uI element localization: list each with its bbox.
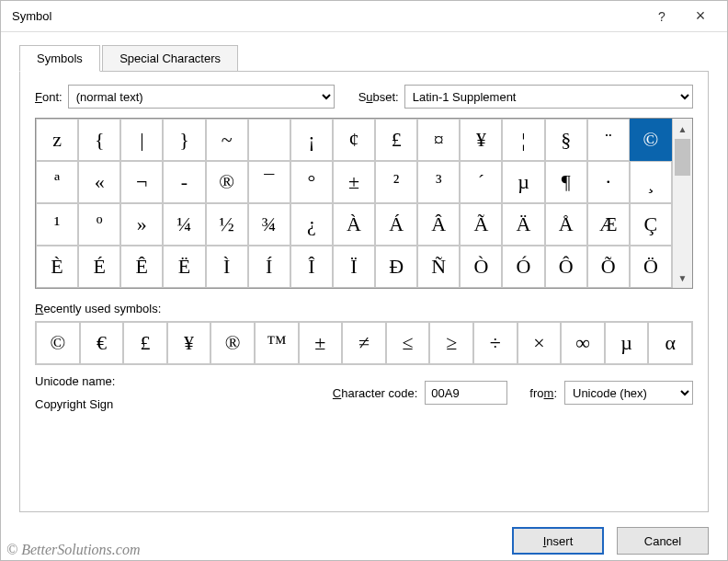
symbol-cell[interactable]: Á bbox=[375, 203, 417, 246]
char-code-input[interactable] bbox=[425, 381, 507, 405]
symbol-cell[interactable]: } bbox=[163, 119, 205, 161]
symbol-cell[interactable]: È bbox=[36, 246, 78, 288]
symbol-cell[interactable]: ¨ bbox=[587, 119, 630, 161]
symbol-cell[interactable]: Å bbox=[545, 203, 587, 246]
title-bar: Symbol ? × bbox=[1, 1, 727, 32]
dialog-content: Symbols Special Characters Font: (normal… bbox=[1, 32, 727, 518]
insert-button[interactable]: Insert bbox=[512, 527, 604, 555]
symbol-cell[interactable]: Æ bbox=[587, 203, 630, 246]
scroll-down-arrow[interactable]: ▼ bbox=[673, 268, 692, 288]
symbol-cell[interactable]: Ñ bbox=[417, 246, 460, 288]
font-select[interactable]: (normal text) bbox=[68, 85, 335, 109]
symbol-cell[interactable]: ² bbox=[375, 161, 417, 203]
symbol-cell[interactable]: ¶ bbox=[545, 161, 587, 203]
symbol-cell[interactable]: ¤ bbox=[417, 119, 460, 161]
scroll-track[interactable] bbox=[673, 139, 692, 268]
symbol-cell[interactable]: § bbox=[545, 119, 587, 161]
recent-symbol-cell[interactable]: µ bbox=[605, 322, 649, 364]
recent-symbol-cell[interactable]: © bbox=[36, 322, 80, 364]
symbol-cell[interactable]: Ç bbox=[630, 203, 672, 246]
symbol-cell[interactable]: ± bbox=[333, 161, 375, 203]
symbol-cell[interactable]: © bbox=[630, 119, 672, 161]
tab-special-characters[interactable]: Special Characters bbox=[102, 45, 238, 72]
symbol-cell[interactable]: ° bbox=[290, 161, 333, 203]
tab-strip: Symbols Special Characters bbox=[19, 45, 709, 72]
help-button[interactable]: ? bbox=[643, 2, 681, 31]
recent-symbol-cell[interactable]: £ bbox=[123, 322, 167, 364]
scroll-thumb[interactable] bbox=[675, 139, 690, 176]
symbol-cell[interactable]: ¥ bbox=[460, 119, 502, 161]
symbol-cell[interactable]: ¬ bbox=[120, 161, 163, 203]
recent-symbol-cell[interactable]: α bbox=[648, 322, 692, 364]
tab-panel: Font: (normal text) Subset: Latin-1 Supp… bbox=[19, 71, 709, 512]
cancel-button[interactable]: Cancel bbox=[617, 527, 709, 555]
symbol-cell[interactable]: µ bbox=[502, 161, 544, 203]
symbol-cell[interactable]: Ï bbox=[333, 246, 375, 288]
symbol-cell[interactable]: Â bbox=[417, 203, 460, 246]
unicode-name-label: Unicode name: bbox=[35, 374, 325, 388]
recent-label: Recently used symbols: bbox=[35, 302, 693, 315]
symbol-cell[interactable]: ¿ bbox=[290, 203, 333, 246]
symbol-cell[interactable]: ¾ bbox=[248, 203, 290, 246]
symbol-cell[interactable]: » bbox=[120, 203, 163, 246]
symbol-cell[interactable] bbox=[248, 119, 290, 161]
symbol-cell[interactable]: Õ bbox=[587, 246, 630, 288]
symbol-cell[interactable]: ® bbox=[206, 161, 248, 203]
symbol-cell[interactable]: Î bbox=[290, 246, 333, 288]
recent-symbols-grid[interactable]: ©€£¥®™±≠≤≥÷×∞µα bbox=[35, 321, 693, 365]
symbol-cell[interactable]: £ bbox=[375, 119, 417, 161]
symbol-cell[interactable]: ¢ bbox=[333, 119, 375, 161]
recent-symbol-cell[interactable]: ® bbox=[210, 322, 255, 364]
symbol-cell[interactable]: ¦ bbox=[502, 119, 544, 161]
symbol-cell[interactable]: Ä bbox=[502, 203, 544, 246]
symbol-cell[interactable]: Ë bbox=[163, 246, 205, 288]
symbol-cell[interactable]: º bbox=[78, 203, 120, 246]
symbol-cell[interactable]: Ö bbox=[630, 246, 672, 288]
symbol-cell[interactable]: É bbox=[78, 246, 120, 288]
recent-symbol-cell[interactable]: € bbox=[80, 322, 124, 364]
symbol-grid[interactable]: z{|}~¡¢£¤¥¦§¨©ª«¬-®¯°±²³´µ¶·¸¹º»¼½¾¿ÀÁÂÃ… bbox=[36, 119, 672, 288]
symbol-cell[interactable]: ³ bbox=[417, 161, 460, 203]
symbol-cell[interactable]: ¸ bbox=[630, 161, 672, 203]
symbol-cell[interactable]: ¯ bbox=[248, 161, 290, 203]
symbol-cell[interactable]: « bbox=[78, 161, 120, 203]
recent-symbol-cell[interactable]: ≤ bbox=[386, 322, 430, 364]
symbol-cell[interactable]: Ð bbox=[375, 246, 417, 288]
symbol-cell[interactable]: ¡ bbox=[290, 119, 333, 161]
recent-symbol-cell[interactable]: ≠ bbox=[342, 322, 386, 364]
symbol-cell[interactable]: · bbox=[587, 161, 630, 203]
recent-symbol-cell[interactable]: ™ bbox=[255, 322, 299, 364]
tab-symbols[interactable]: Symbols bbox=[19, 45, 100, 72]
symbol-cell[interactable]: Ó bbox=[502, 246, 544, 288]
symbol-cell[interactable]: - bbox=[163, 161, 205, 203]
scroll-up-arrow[interactable]: ▲ bbox=[673, 119, 692, 139]
symbol-cell[interactable]: Ê bbox=[120, 246, 163, 288]
symbol-cell[interactable]: Ì bbox=[206, 246, 248, 288]
symbol-cell[interactable]: Í bbox=[248, 246, 290, 288]
recent-symbol-cell[interactable]: ¥ bbox=[167, 322, 211, 364]
symbol-cell[interactable]: ´ bbox=[460, 161, 502, 203]
symbol-cell[interactable]: { bbox=[78, 119, 120, 161]
close-button[interactable]: × bbox=[681, 2, 720, 31]
subset-label: Subset: bbox=[358, 90, 399, 104]
recent-symbol-cell[interactable]: ÷ bbox=[473, 322, 518, 364]
symbol-cell[interactable]: ª bbox=[36, 161, 78, 203]
symbol-cell[interactable]: À bbox=[333, 203, 375, 246]
symbol-cell[interactable]: Ô bbox=[545, 246, 587, 288]
symbol-cell[interactable]: ½ bbox=[206, 203, 248, 246]
recent-symbol-cell[interactable]: ≥ bbox=[429, 322, 473, 364]
from-select[interactable]: Unicode (hex) bbox=[564, 381, 693, 405]
scrollbar-vertical[interactable]: ▲ ▼ bbox=[672, 119, 692, 288]
recent-symbol-cell[interactable]: ∞ bbox=[561, 322, 605, 364]
symbol-cell[interactable]: | bbox=[120, 119, 163, 161]
symbol-cell[interactable]: ¹ bbox=[36, 203, 78, 246]
recent-symbol-cell[interactable]: × bbox=[518, 322, 562, 364]
symbol-cell[interactable]: ~ bbox=[206, 119, 248, 161]
symbol-cell[interactable]: z bbox=[36, 119, 78, 161]
unicode-name-value: Copyright Sign bbox=[35, 397, 325, 411]
symbol-cell[interactable]: Ò bbox=[460, 246, 502, 288]
recent-symbol-cell[interactable]: ± bbox=[299, 322, 343, 364]
symbol-cell[interactable]: ¼ bbox=[163, 203, 205, 246]
subset-select[interactable]: Latin-1 Supplement bbox=[404, 85, 693, 109]
symbol-cell[interactable]: Ã bbox=[460, 203, 502, 246]
